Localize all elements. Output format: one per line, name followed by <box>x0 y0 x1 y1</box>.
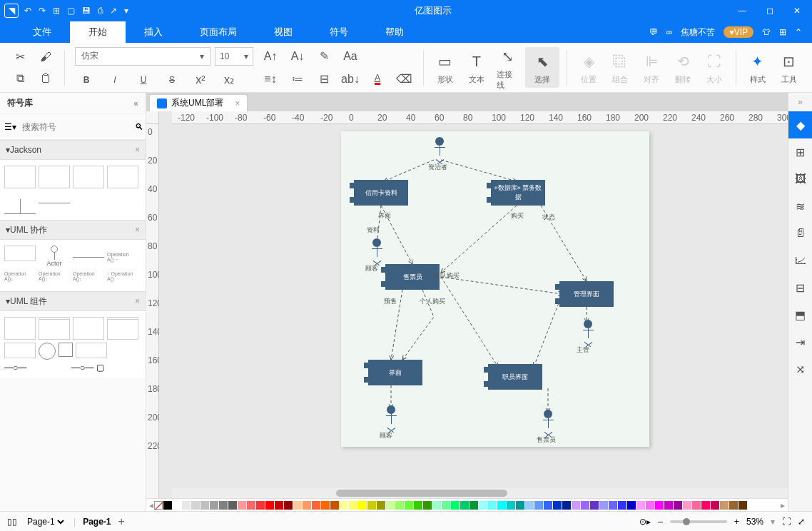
indent-icon[interactable]: ⇥ <box>788 328 813 355</box>
zoom-slider[interactable] <box>670 520 727 523</box>
shape-item[interactable] <box>4 166 36 188</box>
color-swatch[interactable] <box>423 501 432 510</box>
scrollbar-horizontal[interactable] <box>172 488 788 498</box>
color-swatch[interactable] <box>265 501 274 510</box>
color-swatch[interactable] <box>414 501 422 510</box>
shape-item[interactable]: Operation A()→ <box>107 246 138 268</box>
color-swatch[interactable] <box>275 501 283 510</box>
undo-icon[interactable]: ↶ <box>24 6 31 16</box>
position-icon[interactable]: ◈ <box>577 50 600 73</box>
menu-help[interactable]: 帮助 <box>367 21 422 43</box>
vip-badge[interactable]: ♥VIP <box>724 26 753 38</box>
color-swatch[interactable] <box>562 501 571 510</box>
font-select[interactable]: 仿宋▾ <box>75 47 210 66</box>
color-swatch[interactable] <box>163 501 172 510</box>
shape-item[interactable] <box>73 246 104 268</box>
shape-item[interactable] <box>107 166 138 188</box>
linespacing-icon[interactable]: ≡↕ <box>262 71 279 88</box>
new-icon[interactable]: ⊞ <box>53 6 60 16</box>
save-icon[interactable]: 💾︎ <box>82 6 91 16</box>
uml-node-ui[interactable]: 界面 <box>368 360 422 385</box>
qat-more-icon[interactable]: ▾ <box>124 6 128 16</box>
no-fill-icon[interactable] <box>154 501 163 510</box>
format-painter-icon[interactable]: 🖌︎ <box>37 49 54 66</box>
close-cat-icon[interactable]: × <box>135 225 140 235</box>
shape-item[interactable]: —○— ▢ <box>71 363 136 373</box>
shape-item[interactable] <box>39 191 70 214</box>
color-swatch[interactable] <box>516 501 524 510</box>
color-swatch[interactable] <box>572 501 580 510</box>
uml-actor-mgr[interactable] <box>581 320 595 338</box>
color-swatch[interactable] <box>655 501 664 510</box>
superscript-icon[interactable]: x² <box>192 71 209 88</box>
color-swatch[interactable] <box>581 501 589 510</box>
category-uml-component[interactable]: ▾ UML 组件× <box>0 291 146 311</box>
uml-actor-seller_bot[interactable] <box>541 410 555 428</box>
color-swatch[interactable] <box>636 501 645 510</box>
color-swatch[interactable] <box>228 501 237 510</box>
uml-actor-cust_bot[interactable] <box>384 405 398 424</box>
fit-page-icon[interactable]: ⛶ <box>782 517 791 527</box>
resize-icon[interactable]: ⛶ <box>703 50 726 73</box>
color-swatch[interactable] <box>627 501 636 510</box>
color-swatch[interactable] <box>683 501 691 510</box>
shape-item[interactable]: Operation A()↓ <box>73 271 104 285</box>
clear-format-icon[interactable]: ⌫ <box>396 71 413 88</box>
uml-actor-payer[interactable] <box>432 137 447 156</box>
color-swatch[interactable] <box>293 501 302 510</box>
color-swatch[interactable] <box>377 501 385 510</box>
shape-item[interactable] <box>107 317 138 340</box>
shape-item[interactable]: ↑ Operation A() <box>107 271 138 285</box>
library-icon[interactable]: ☰▾ <box>4 122 16 132</box>
search-input[interactable] <box>19 118 132 136</box>
image-icon[interactable]: 🖼︎ <box>788 166 813 193</box>
copy-icon[interactable]: ⧉ <box>11 70 29 87</box>
color-swatch[interactable] <box>312 501 320 510</box>
tools-icon[interactable]: ⊡ <box>778 50 801 73</box>
maximize-icon[interactable]: ◻ <box>766 6 773 16</box>
color-swatch[interactable] <box>692 501 701 510</box>
shape-item[interactable] <box>4 343 36 358</box>
apps-icon[interactable]: ⊞ <box>779 27 786 37</box>
select-tool-icon[interactable]: ⬉ <box>531 50 554 73</box>
close-cat-icon[interactable]: × <box>135 296 140 306</box>
align-icon[interactable]: ⊫ <box>640 50 663 73</box>
chat-icon[interactable]: 💬︎ <box>649 27 658 37</box>
bullets-icon[interactable]: ≔ <box>289 71 306 88</box>
grid-icon[interactable]: ⊞ <box>788 138 813 166</box>
palette-next-icon[interactable]: ▸ <box>781 500 785 510</box>
shape-item[interactable] <box>4 317 36 340</box>
bold-icon[interactable]: B <box>78 71 95 88</box>
color-swatch[interactable] <box>507 501 515 510</box>
presentation-icon[interactable]: ⊙▸ <box>639 517 651 527</box>
decrease-font-icon[interactable]: A↓ <box>289 48 306 65</box>
color-swatch[interactable] <box>321 501 330 510</box>
color-swatch[interactable] <box>609 501 617 510</box>
share-icon[interactable]: ∞ <box>666 27 673 37</box>
increase-font-icon[interactable]: A↑ <box>262 48 279 65</box>
menu-view[interactable]: 视图 <box>255 21 311 43</box>
connector-tool-icon[interactable]: ⤡ <box>497 45 519 68</box>
color-swatch[interactable] <box>701 501 710 510</box>
group-icon[interactable]: ⿻ <box>609 50 631 73</box>
color-swatch[interactable] <box>711 501 719 510</box>
shape-item[interactable]: Operation A()↓ <box>39 271 70 285</box>
color-swatch[interactable] <box>201 501 209 510</box>
color-swatch[interactable] <box>395 501 404 510</box>
cut-icon[interactable]: ✂ <box>11 49 29 66</box>
color-swatch[interactable] <box>674 501 682 510</box>
color-swatch[interactable] <box>544 501 552 510</box>
color-swatch[interactable] <box>729 501 738 510</box>
fontsize-select[interactable]: 10▾ <box>215 47 253 66</box>
color-swatch[interactable] <box>284 501 293 510</box>
diagram-page[interactable]: 信用卡资料«数据库» 票务数据售票员管理界面界面职员界面 资治者顾客主管顾客售票… <box>341 131 649 447</box>
menu-insert[interactable]: 插入 <box>126 21 181 43</box>
export-icon[interactable]: ↗ <box>110 6 117 16</box>
color-swatch[interactable] <box>479 501 487 510</box>
menu-layout[interactable]: 页面布局 <box>181 21 255 43</box>
color-swatch[interactable] <box>358 501 367 510</box>
zoom-in-icon[interactable]: + <box>734 517 739 527</box>
color-swatch[interactable] <box>470 501 478 510</box>
color-swatch[interactable] <box>590 501 599 510</box>
menu-file[interactable]: 文件 <box>14 21 70 43</box>
